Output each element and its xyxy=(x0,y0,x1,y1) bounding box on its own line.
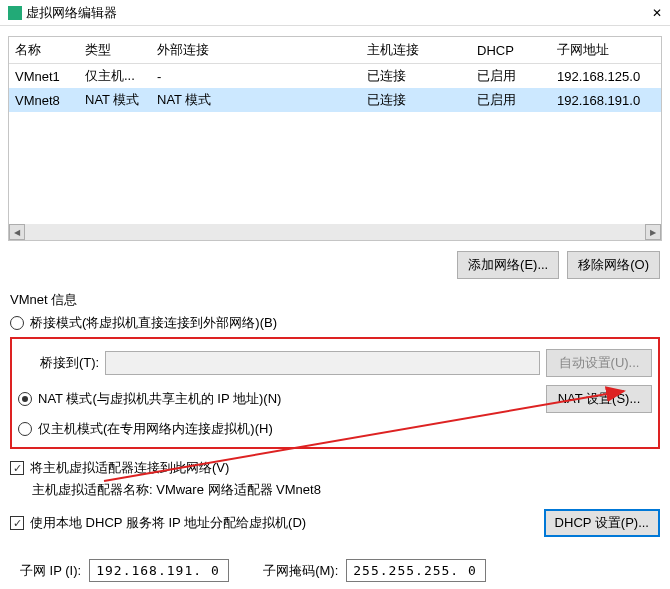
bridge-adapter-dropdown[interactable] xyxy=(105,351,540,375)
radio-icon xyxy=(18,392,32,406)
subnet-mask-input[interactable] xyxy=(346,559,486,582)
radio-hostonly[interactable]: 仅主机模式(在专用网络内连接虚拟机)(H) xyxy=(18,417,652,441)
network-table[interactable]: 名称 类型 外部连接 主机连接 DHCP 子网地址 VMnet1 仅主机... … xyxy=(8,36,662,241)
col-host[interactable]: 主机连接 xyxy=(361,37,471,64)
app-icon xyxy=(8,6,22,20)
col-type[interactable]: 类型 xyxy=(79,37,151,64)
radio-bridge[interactable]: 桥接模式(将虚拟机直接连接到外部网络)(B) xyxy=(10,311,660,335)
subnet-ip-input[interactable] xyxy=(89,559,229,582)
col-subnet[interactable]: 子网地址 xyxy=(551,37,661,64)
col-name[interactable]: 名称 xyxy=(9,37,79,64)
check-dhcp[interactable]: 使用本地 DHCP 服务将 IP 地址分配给虚拟机(D) xyxy=(10,510,538,536)
table-row[interactable]: VMnet1 仅主机... - 已连接 已启用 192.168.125.0 xyxy=(9,64,661,89)
bridge-to-label: 桥接到(T): xyxy=(40,354,99,372)
adapter-name-label: 主机虚拟适配器名称: VMware 网络适配器 VMnet8 xyxy=(10,481,660,505)
titlebar: 虚拟网络编辑器 ✕ xyxy=(0,0,670,26)
highlighted-region: 桥接到(T): 自动设置(U)... NAT 模式(与虚拟机共享主机的 IP 地… xyxy=(10,337,660,449)
checkbox-icon xyxy=(10,516,24,530)
subnet-ip-label: 子网 IP (I): xyxy=(20,562,81,580)
scroll-right-icon[interactable]: ▶ xyxy=(645,224,661,240)
radio-nat[interactable]: NAT 模式(与虚拟机共享主机的 IP 地址)(N) xyxy=(18,387,540,411)
subnet-mask-label: 子网掩码(M): xyxy=(263,562,338,580)
close-icon[interactable]: ✕ xyxy=(652,6,662,20)
nat-settings-button[interactable]: NAT 设置(S)... xyxy=(546,385,652,413)
check-host-adapter[interactable]: 将主机虚拟适配器连接到此网络(V) xyxy=(10,455,660,481)
radio-icon xyxy=(18,422,32,436)
radio-icon xyxy=(10,316,24,330)
vmnet-info-label: VMnet 信息 xyxy=(0,287,670,311)
scroll-left-icon[interactable]: ◀ xyxy=(9,224,25,240)
window-title: 虚拟网络编辑器 xyxy=(26,4,117,22)
scroll-track[interactable] xyxy=(25,224,645,240)
table-row[interactable]: VMnet8 NAT 模式 NAT 模式 已连接 已启用 192.168.191… xyxy=(9,88,661,112)
add-network-button[interactable]: 添加网络(E)... xyxy=(457,251,559,279)
auto-settings-button[interactable]: 自动设置(U)... xyxy=(546,349,652,377)
horizontal-scrollbar[interactable]: ◀ ▶ xyxy=(9,224,661,240)
col-dhcp[interactable]: DHCP xyxy=(471,37,551,64)
col-external[interactable]: 外部连接 xyxy=(151,37,361,64)
remove-network-button[interactable]: 移除网络(O) xyxy=(567,251,660,279)
checkbox-icon xyxy=(10,461,24,475)
dhcp-settings-button[interactable]: DHCP 设置(P)... xyxy=(544,509,660,537)
